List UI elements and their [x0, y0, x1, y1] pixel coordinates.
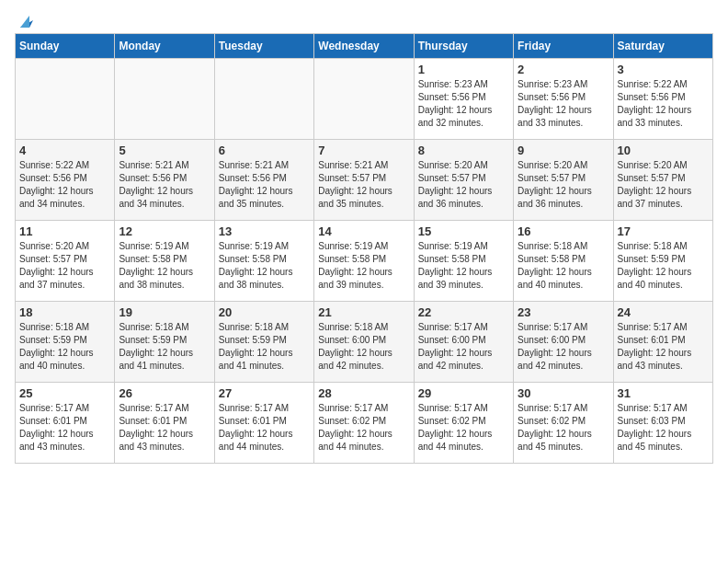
day-content: Sunrise: 5:17 AM Sunset: 6:02 PM Dayligh…	[418, 402, 509, 454]
day-number: 15	[418, 224, 509, 238]
calendar-cell: 3Sunrise: 5:22 AM Sunset: 5:56 PM Daylig…	[613, 59, 712, 140]
calendar-cell: 29Sunrise: 5:17 AM Sunset: 6:02 PM Dayli…	[414, 383, 513, 464]
day-number: 22	[418, 305, 509, 319]
day-content: Sunrise: 5:22 AM Sunset: 5:56 PM Dayligh…	[618, 78, 709, 130]
calendar-cell: 31Sunrise: 5:17 AM Sunset: 6:03 PM Dayli…	[613, 383, 712, 464]
day-number: 14	[318, 224, 409, 238]
day-content: Sunrise: 5:19 AM Sunset: 5:58 PM Dayligh…	[219, 240, 310, 292]
calendar-cell: 14Sunrise: 5:19 AM Sunset: 5:58 PM Dayli…	[314, 221, 414, 302]
day-content: Sunrise: 5:20 AM Sunset: 5:57 PM Dayligh…	[19, 240, 110, 292]
day-content: Sunrise: 5:18 AM Sunset: 6:00 PM Dayligh…	[318, 321, 409, 373]
header-saturday: Saturday	[613, 34, 712, 59]
day-content: Sunrise: 5:19 AM Sunset: 5:58 PM Dayligh…	[119, 240, 210, 292]
day-content: Sunrise: 5:18 AM Sunset: 5:59 PM Dayligh…	[19, 321, 110, 373]
calendar-cell: 12Sunrise: 5:19 AM Sunset: 5:58 PM Dayli…	[115, 221, 214, 302]
calendar-cell: 20Sunrise: 5:18 AM Sunset: 5:59 PM Dayli…	[214, 302, 313, 383]
calendar-week-2: 11Sunrise: 5:20 AM Sunset: 5:57 PM Dayli…	[16, 221, 713, 302]
day-number: 16	[518, 224, 609, 238]
day-number: 13	[219, 224, 310, 238]
calendar-cell: 15Sunrise: 5:19 AM Sunset: 5:58 PM Dayli…	[414, 221, 513, 302]
day-content: Sunrise: 5:20 AM Sunset: 5:57 PM Dayligh…	[518, 159, 609, 211]
calendar-cell: 23Sunrise: 5:17 AM Sunset: 6:00 PM Dayli…	[514, 302, 613, 383]
day-number: 2	[518, 63, 609, 76]
calendar-cell: 24Sunrise: 5:17 AM Sunset: 6:01 PM Dayli…	[613, 302, 712, 383]
logo-icon	[17, 11, 37, 31]
day-content: Sunrise: 5:22 AM Sunset: 5:56 PM Dayligh…	[19, 159, 110, 211]
day-content: Sunrise: 5:23 AM Sunset: 5:56 PM Dayligh…	[518, 78, 609, 130]
day-content: Sunrise: 5:17 AM Sunset: 6:00 PM Dayligh…	[518, 321, 609, 373]
day-number: 27	[219, 386, 310, 400]
day-content: Sunrise: 5:17 AM Sunset: 6:01 PM Dayligh…	[119, 402, 210, 454]
day-number: 31	[618, 386, 709, 400]
header-friday: Friday	[514, 34, 613, 59]
calendar-cell: 2Sunrise: 5:23 AM Sunset: 5:56 PM Daylig…	[514, 59, 613, 140]
calendar-cell	[314, 59, 414, 140]
day-number: 7	[318, 144, 409, 157]
day-number: 8	[418, 144, 509, 157]
calendar-cell	[115, 59, 214, 140]
calendar-cell: 16Sunrise: 5:18 AM Sunset: 5:58 PM Dayli…	[514, 221, 613, 302]
day-content: Sunrise: 5:19 AM Sunset: 5:58 PM Dayligh…	[318, 240, 409, 292]
calendar-cell: 9Sunrise: 5:20 AM Sunset: 5:57 PM Daylig…	[514, 140, 613, 221]
day-content: Sunrise: 5:17 AM Sunset: 6:02 PM Dayligh…	[518, 402, 609, 454]
calendar-cell: 17Sunrise: 5:18 AM Sunset: 5:59 PM Dayli…	[613, 221, 712, 302]
day-content: Sunrise: 5:19 AM Sunset: 5:58 PM Dayligh…	[418, 240, 509, 292]
day-number: 9	[518, 144, 609, 157]
calendar-cell: 1Sunrise: 5:23 AM Sunset: 5:56 PM Daylig…	[414, 59, 513, 140]
calendar-week-1: 4Sunrise: 5:22 AM Sunset: 5:56 PM Daylig…	[16, 140, 713, 221]
day-content: Sunrise: 5:17 AM Sunset: 6:01 PM Dayligh…	[19, 402, 110, 454]
header-tuesday: Tuesday	[214, 34, 313, 59]
calendar-cell	[16, 59, 115, 140]
day-number: 3	[618, 63, 709, 76]
day-number: 6	[219, 144, 310, 157]
day-content: Sunrise: 5:17 AM Sunset: 6:03 PM Dayligh…	[618, 402, 709, 454]
day-content: Sunrise: 5:21 AM Sunset: 5:56 PM Dayligh…	[219, 159, 310, 211]
day-number: 23	[518, 305, 609, 319]
header-wednesday: Wednesday	[314, 34, 414, 59]
day-number: 24	[618, 305, 709, 319]
calendar-cell: 10Sunrise: 5:20 AM Sunset: 5:57 PM Dayli…	[613, 140, 712, 221]
svg-marker-1	[20, 16, 29, 28]
day-content: Sunrise: 5:17 AM Sunset: 6:01 PM Dayligh…	[618, 321, 709, 373]
day-number: 5	[119, 144, 210, 157]
day-number: 1	[418, 63, 509, 76]
calendar-cell: 30Sunrise: 5:17 AM Sunset: 6:02 PM Dayli…	[514, 383, 613, 464]
calendar-cell: 18Sunrise: 5:18 AM Sunset: 5:59 PM Dayli…	[16, 302, 115, 383]
day-content: Sunrise: 5:17 AM Sunset: 6:02 PM Dayligh…	[318, 402, 409, 454]
day-content: Sunrise: 5:21 AM Sunset: 5:57 PM Dayligh…	[318, 159, 409, 211]
day-number: 12	[119, 224, 210, 238]
calendar-header-row: SundayMondayTuesdayWednesdayThursdayFrid…	[16, 34, 713, 59]
day-number: 4	[19, 144, 110, 157]
day-number: 30	[518, 386, 609, 400]
day-number: 28	[318, 386, 409, 400]
calendar-table: SundayMondayTuesdayWednesdayThursdayFrid…	[15, 33, 713, 464]
calendar-week-4: 25Sunrise: 5:17 AM Sunset: 6:01 PM Dayli…	[16, 383, 713, 464]
day-content: Sunrise: 5:17 AM Sunset: 6:00 PM Dayligh…	[418, 321, 509, 373]
calendar-cell: 27Sunrise: 5:17 AM Sunset: 6:01 PM Dayli…	[214, 383, 313, 464]
calendar-cell: 13Sunrise: 5:19 AM Sunset: 5:58 PM Dayli…	[214, 221, 313, 302]
day-number: 18	[19, 305, 110, 319]
day-content: Sunrise: 5:18 AM Sunset: 5:59 PM Dayligh…	[119, 321, 210, 373]
calendar-week-3: 18Sunrise: 5:18 AM Sunset: 5:59 PM Dayli…	[16, 302, 713, 383]
day-content: Sunrise: 5:17 AM Sunset: 6:01 PM Dayligh…	[219, 402, 310, 454]
day-number: 21	[318, 305, 409, 319]
day-number: 11	[19, 224, 110, 238]
header-sunday: Sunday	[16, 34, 115, 59]
calendar-cell: 5Sunrise: 5:21 AM Sunset: 5:56 PM Daylig…	[115, 140, 214, 221]
calendar-cell: 8Sunrise: 5:20 AM Sunset: 5:57 PM Daylig…	[414, 140, 513, 221]
day-content: Sunrise: 5:20 AM Sunset: 5:57 PM Dayligh…	[618, 159, 709, 211]
calendar-cell: 21Sunrise: 5:18 AM Sunset: 6:00 PM Dayli…	[314, 302, 414, 383]
calendar-cell: 28Sunrise: 5:17 AM Sunset: 6:02 PM Dayli…	[314, 383, 414, 464]
day-number: 17	[618, 224, 709, 238]
header-monday: Monday	[115, 34, 214, 59]
calendar-cell: 26Sunrise: 5:17 AM Sunset: 6:01 PM Dayli…	[115, 383, 214, 464]
calendar-cell	[214, 59, 313, 140]
day-number: 29	[418, 386, 509, 400]
header-thursday: Thursday	[414, 34, 513, 59]
day-content: Sunrise: 5:20 AM Sunset: 5:57 PM Dayligh…	[418, 159, 509, 211]
calendar-cell: 11Sunrise: 5:20 AM Sunset: 5:57 PM Dayli…	[16, 221, 115, 302]
day-number: 20	[219, 305, 310, 319]
day-number: 26	[119, 386, 210, 400]
day-number: 10	[618, 144, 709, 157]
day-content: Sunrise: 5:18 AM Sunset: 5:58 PM Dayligh…	[518, 240, 609, 292]
